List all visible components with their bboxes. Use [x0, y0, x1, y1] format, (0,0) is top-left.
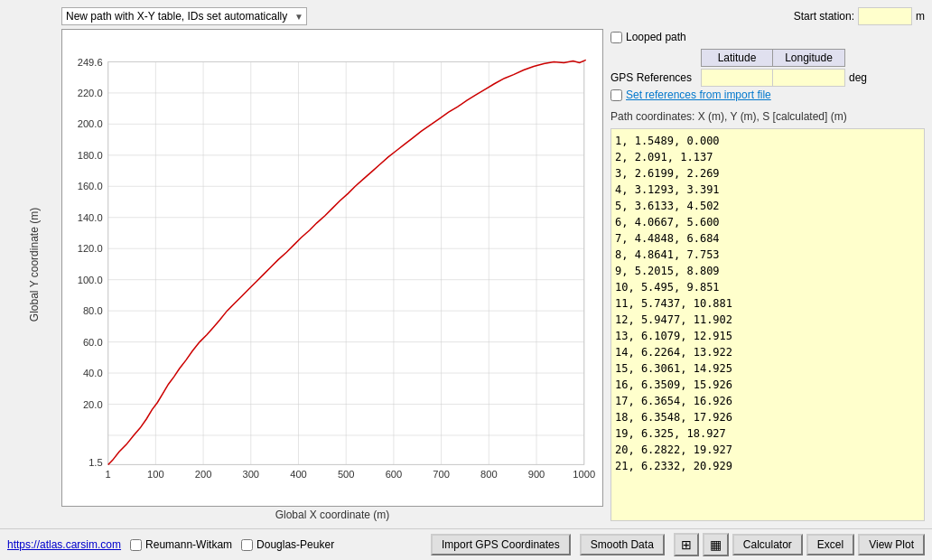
looped-label: Looped path [626, 31, 686, 43]
gps-header-row: Latitude Longitude [610, 49, 925, 67]
calculator-button[interactable]: Calculator [732, 534, 803, 555]
douglas-peuker-checkbox[interactable] [241, 539, 253, 551]
view-plot-button[interactable]: View Plot [858, 534, 925, 555]
gps-ref-label: GPS References [610, 71, 701, 84]
coords-list[interactable]: 1, 1.5489, 0.0002, 2.091, 1.1373, 2.6199… [610, 128, 925, 521]
set-ref-row: Set references from import file [610, 89, 925, 101]
coord-row: 7, 4.4848, 6.684 [615, 230, 920, 247]
coord-row: 14, 6.2264, 13.922 [615, 344, 920, 360]
smooth-data-button[interactable]: Smooth Data [580, 534, 665, 555]
coord-row: 13, 6.1079, 12.915 [615, 328, 920, 344]
import-gps-button[interactable]: Import GPS Coordinates [431, 534, 571, 555]
svg-text:300: 300 [243, 469, 260, 480]
coord-row: 16, 6.3509, 15.926 [615, 377, 920, 393]
coords-header: Path coordinates: X (m), Y (m), S [calcu… [610, 110, 925, 123]
coord-row: 10, 5.495, 9.851 [615, 279, 920, 295]
douglas-peuker-row: Douglas-Peuker [241, 538, 334, 551]
svg-text:140.0: 140.0 [78, 212, 103, 223]
coord-row: 1, 1.5489, 0.000 [615, 133, 920, 149]
bottom-bar: https://atlas.carsim.com Reumann-Witkam … [0, 528, 932, 560]
coord-row: 12, 5.9477, 11.902 [615, 312, 920, 328]
chart-top-bar: New path with X-Y table, IDs set automat… [61, 7, 603, 25]
path-dropdown[interactable]: New path with X-Y table, IDs set automat… [61, 7, 307, 25]
path-dropdown-wrapper[interactable]: New path with X-Y table, IDs set automat… [61, 7, 307, 25]
coord-row: 5, 3.6133, 4.502 [615, 198, 920, 214]
x-axis-label: Global X coordinate (m) [61, 509, 603, 521]
svg-text:160.0: 160.0 [78, 181, 103, 191]
svg-text:900: 900 [528, 469, 545, 480]
station-unit: m [916, 10, 925, 23]
right-panel: Start station: m Looped path Latitude Lo… [610, 7, 925, 521]
coord-row: 19, 6.325, 18.927 [615, 425, 920, 442]
svg-text:60.0: 60.0 [83, 337, 103, 348]
svg-text:249.6: 249.6 [78, 57, 103, 68]
station-row: Start station: m [610, 7, 925, 25]
reumann-witkam-label: Reumann-Witkam [145, 538, 232, 551]
station-label: Start station: [794, 10, 854, 23]
svg-text:700: 700 [433, 469, 450, 480]
looped-row: Looped path [610, 31, 925, 43]
set-ref-checkbox[interactable] [610, 89, 622, 101]
station-input[interactable] [858, 7, 912, 25]
coord-row: 2, 2.091, 1.137 [615, 149, 920, 165]
atlas-link[interactable]: https://atlas.carsim.com [7, 538, 121, 551]
excel-button[interactable]: Excel [806, 534, 854, 555]
y-axis-label-container: Global Y coordinate (m) [7, 7, 61, 521]
coord-row: 9, 5.2015, 8.809 [615, 263, 920, 279]
douglas-peuker-label: Douglas-Peuker [256, 538, 334, 551]
svg-text:600: 600 [386, 469, 403, 480]
coord-row: 15, 6.3061, 14.925 [615, 360, 920, 377]
coord-row: 17, 6.3654, 16.926 [615, 393, 920, 409]
coord-row: 21, 6.2332, 20.929 [615, 458, 920, 474]
gps-input-row: GPS References deg [610, 69, 925, 87]
chart-icon-button[interactable]: ▦ [703, 533, 729, 556]
coord-row: 18, 6.3548, 17.926 [615, 409, 920, 425]
table-icon-button[interactable]: ⊞ [674, 533, 699, 556]
svg-text:100: 100 [147, 469, 164, 480]
svg-text:400: 400 [290, 469, 307, 480]
svg-text:20.0: 20.0 [83, 399, 103, 410]
longitude-input[interactable] [773, 69, 845, 87]
svg-text:500: 500 [338, 469, 355, 480]
latitude-header: Latitude [701, 49, 773, 67]
svg-text:180.0: 180.0 [78, 150, 103, 161]
longitude-header: Longitude [773, 49, 845, 67]
svg-text:800: 800 [480, 469, 498, 480]
bottom-right-controls: ⊞ ▦ Calculator Excel View Plot [674, 533, 925, 556]
chart-wrapper: 249.6 220.0 200.0 180.0 160.0 140.0 120.… [61, 29, 603, 507]
svg-text:40.0: 40.0 [83, 368, 103, 378]
coord-row: 3, 2.6199, 2.269 [615, 165, 920, 182]
svg-text:1: 1 [106, 469, 111, 480]
gps-references-section: Latitude Longitude GPS References deg Se… [610, 49, 925, 101]
coord-row: 6, 4.0667, 5.600 [615, 214, 920, 230]
coord-row: 4, 3.1293, 3.391 [615, 182, 920, 198]
reumann-witkam-checkbox[interactable] [130, 539, 142, 551]
svg-text:220.0: 220.0 [78, 88, 103, 98]
svg-text:200.0: 200.0 [78, 118, 103, 129]
svg-text:80.0: 80.0 [83, 305, 103, 316]
coord-row: 20, 6.2822, 19.927 [615, 442, 920, 458]
svg-text:120.0: 120.0 [78, 243, 103, 254]
coord-row: 8, 4.8641, 7.753 [615, 247, 920, 263]
reumann-witkam-row: Reumann-Witkam [130, 538, 232, 551]
deg-label: deg [849, 71, 867, 84]
coord-row: 11, 5.7437, 10.881 [615, 295, 920, 312]
latitude-input[interactable] [701, 69, 773, 87]
y-axis-label: Global Y coordinate (m) [28, 207, 41, 321]
svg-text:1000: 1000 [573, 469, 595, 480]
chart-svg: 249.6 220.0 200.0 180.0 160.0 140.0 120.… [62, 30, 602, 506]
svg-text:200: 200 [195, 469, 212, 480]
svg-text:100.0: 100.0 [78, 275, 103, 285]
svg-text:1.5: 1.5 [89, 457, 102, 468]
set-ref-label: Set references from import file [626, 89, 771, 101]
looped-checkbox[interactable] [610, 32, 622, 43]
